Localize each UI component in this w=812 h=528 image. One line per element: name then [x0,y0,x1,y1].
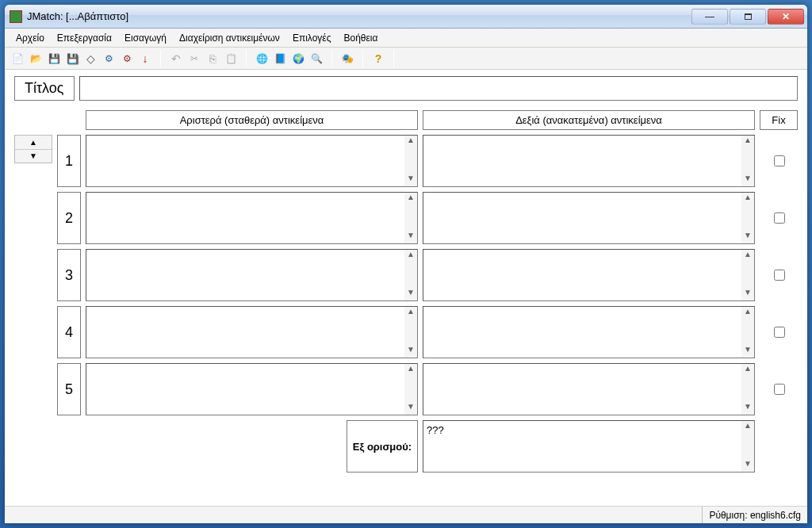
fix-cell [760,363,798,415]
left-item-cell: ▲▼ [86,363,418,415]
toolbar-separator [331,50,332,67]
right-item-input[interactable] [423,250,741,300]
save-icon[interactable] [46,51,62,67]
cell-scrollbar[interactable]: ▲▼ [404,307,417,358]
undo-icon[interactable] [168,51,184,67]
items-grid: Αριστερά (σταθερά) αντικείμενα Δεξιά (αν… [14,110,798,473]
status-pane-left [5,507,702,523]
config-b-icon[interactable] [119,51,135,67]
row-number: 4 [57,306,81,358]
right-item-cell: ▲▼ [423,192,755,244]
save-all-icon[interactable] [64,51,80,67]
menubar: Αρχείο Επεξεργασία Εισαγωγή Διαχείριση α… [5,29,807,48]
toolbar-separator [246,50,247,67]
left-item-input[interactable] [86,307,404,358]
right-item-input[interactable] [423,364,741,415]
right-item-cell: ▲▼ [423,306,755,358]
toolbar [5,48,807,70]
left-item-cell: ▲▼ [86,192,418,244]
left-item-cell: ▲▼ [86,249,418,301]
right-item-input[interactable] [423,307,741,358]
export-web-icon[interactable] [254,51,270,67]
statusbar: Ρύθμιση: english6.cfg [5,506,807,523]
fix-checkbox[interactable] [774,327,785,338]
status-config: Ρύθμιση: english6.cfg [702,507,807,523]
right-item-input[interactable] [423,136,741,186]
fix-cell [760,135,798,187]
fix-checkbox[interactable] [774,212,785,224]
config-a-icon[interactable] [101,51,117,67]
fix-cell [760,192,798,244]
title-input[interactable] [79,76,798,101]
close-button[interactable]: ✕ [768,9,804,25]
toolbar-separator [393,50,394,67]
maximize-button[interactable] [730,9,766,25]
cell-scrollbar[interactable]: ▲▼ [741,250,754,300]
menu-edit[interactable]: Επεξεργασία [51,30,118,46]
row-spinner: ▲ ▼ [14,135,52,163]
window-title: JMatch: [...Αβάπτιστο] [27,10,691,22]
cell-scrollbar[interactable]: ▲▼ [741,136,754,186]
menu-manage-items[interactable]: Διαχείριση αντικειμένων [173,30,286,46]
app-icon [10,10,22,23]
row-number: 1 [57,135,81,187]
open-icon[interactable] [28,51,44,67]
fix-checkbox[interactable] [774,155,785,166]
cell-scrollbar[interactable]: ▲▼ [404,193,417,243]
app-window: JMatch: [...Αβάπτιστο] — ✕ Αρχείο Επεξερ… [5,5,807,523]
preview-icon[interactable] [308,51,324,67]
titlebar: JMatch: [...Αβάπτιστο] — ✕ [5,5,807,29]
menu-help[interactable]: Βοήθεια [337,30,384,46]
left-item-input[interactable] [86,250,404,300]
left-item-cell: ▲▼ [86,306,418,358]
menu-file[interactable]: Αρχείο [10,30,51,46]
cell-scrollbar[interactable]: ▲▼ [741,421,754,472]
cell-scrollbar[interactable]: ▲▼ [404,250,417,300]
row-number: 2 [57,192,81,244]
cell-scrollbar[interactable]: ▲▼ [741,364,754,415]
content-area: Τίτλος Αριστερά (σταθερά) αντικείμενα Δε… [5,70,807,506]
erase-icon[interactable] [82,51,98,67]
title-row: Τίτλος [14,76,798,101]
toolbar-separator [160,50,161,67]
right-item-cell: ▲▼ [423,363,755,415]
right-item-input[interactable] [423,193,741,243]
menu-insert[interactable]: Εισαγωγή [118,30,173,46]
help-icon[interactable] [370,51,386,67]
spinner-down-button[interactable]: ▼ [15,150,52,163]
move-down-icon[interactable] [137,51,153,67]
left-item-input[interactable] [86,364,404,415]
masher-icon[interactable] [339,51,355,67]
row-number: 5 [57,363,81,415]
default-right-cell: ▲▼ [423,420,755,473]
cell-scrollbar[interactable]: ▲▼ [741,307,754,358]
copy-icon[interactable] [205,51,220,67]
left-item-input[interactable] [86,136,404,186]
fix-cell [760,306,798,358]
grid-spacer [14,110,52,130]
fix-column-header: Fix [760,110,798,130]
menu-options[interactable]: Επιλογές [286,30,338,46]
cell-scrollbar[interactable]: ▲▼ [741,193,754,243]
new-icon[interactable] [10,51,25,67]
fix-cell [760,249,798,301]
fix-checkbox[interactable] [774,384,785,395]
window-controls: — ✕ [691,9,804,25]
right-item-cell: ▲▼ [423,135,755,187]
left-item-cell: ▲▼ [86,135,418,187]
minimize-button[interactable]: — [691,9,728,25]
right-item-cell: ▲▼ [423,249,755,301]
default-right-input[interactable] [423,421,741,472]
cell-scrollbar[interactable]: ▲▼ [404,364,417,415]
fix-checkbox[interactable] [774,270,785,281]
default-label: Εξ ορισμού: [347,420,418,473]
paste-icon[interactable] [223,51,239,67]
grid-spacer [57,110,81,130]
cell-scrollbar[interactable]: ▲▼ [404,136,417,186]
export-v6-icon[interactable] [290,51,306,67]
export-scorm-icon[interactable] [272,51,288,67]
left-item-input[interactable] [86,193,404,243]
spinner-up-button[interactable]: ▲ [15,136,52,150]
cut-icon[interactable] [186,51,202,67]
title-label: Τίτλος [14,76,75,101]
